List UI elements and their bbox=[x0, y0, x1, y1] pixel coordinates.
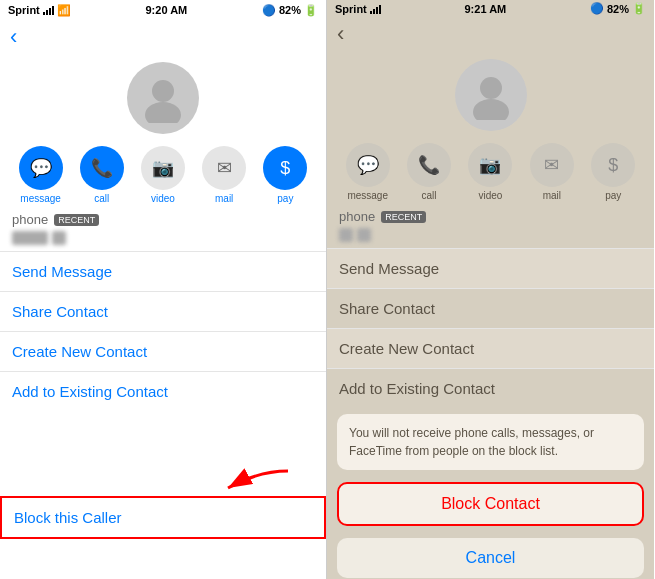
pay-label-right: pay bbox=[605, 190, 621, 201]
action-pay-right[interactable]: $ pay bbox=[591, 143, 635, 201]
call-icon-left: 📞 bbox=[80, 146, 124, 190]
menu-create-contact-right[interactable]: Create New Contact bbox=[327, 328, 654, 368]
menu-list-left: Send Message Share Contact Create New Co… bbox=[0, 251, 326, 466]
mail-icon-left: ✉ bbox=[202, 146, 246, 190]
block-warning-text: You will not receive phone calls, messag… bbox=[337, 414, 644, 470]
mail-label-left: mail bbox=[215, 193, 233, 204]
menu-list-right: Send Message Share Contact Create New Co… bbox=[327, 248, 654, 408]
action-message-left[interactable]: 💬 message bbox=[19, 146, 63, 204]
action-message-right[interactable]: 💬 message bbox=[346, 143, 390, 201]
avatar-icon-left bbox=[138, 73, 188, 123]
blurred-number-left-2 bbox=[52, 231, 66, 245]
action-mail-right[interactable]: ✉ mail bbox=[530, 143, 574, 201]
time-right: 9:21 AM bbox=[464, 3, 506, 15]
action-call-right[interactable]: 📞 call bbox=[407, 143, 451, 201]
svg-point-4 bbox=[473, 99, 509, 120]
status-left-right: Sprint bbox=[335, 3, 381, 15]
action-pay-left[interactable]: $ pay bbox=[263, 146, 307, 204]
block-caller-button[interactable]: Block this Caller bbox=[0, 496, 326, 539]
right-phone-panel: Sprint 9:21 AM 🔵 82% 🔋 ‹ 💬 bbox=[327, 0, 654, 579]
svg-point-3 bbox=[480, 77, 502, 99]
battery-right: 82% bbox=[607, 3, 629, 15]
time-left: 9:20 AM bbox=[145, 4, 187, 16]
call-label-right: call bbox=[422, 190, 437, 201]
signal-icon-right bbox=[370, 4, 381, 14]
avatar-section-right bbox=[327, 51, 654, 137]
recent-badge-right: RECENT bbox=[381, 211, 426, 223]
video-label-right: video bbox=[479, 190, 503, 201]
battery-icon-left: 🔋 bbox=[304, 4, 318, 17]
battery-left: 82% bbox=[279, 4, 301, 16]
block-contact-button[interactable]: Block Contact bbox=[337, 482, 644, 526]
phone-label-right: phone bbox=[339, 209, 375, 224]
back-button-right[interactable]: ‹ bbox=[327, 17, 654, 51]
message-label-right: message bbox=[347, 190, 388, 201]
cancel-button[interactable]: Cancel bbox=[337, 538, 644, 578]
pay-icon-right: $ bbox=[591, 143, 635, 187]
menu-share-contact-left[interactable]: Share Contact bbox=[0, 291, 326, 331]
video-icon-left: 📷 bbox=[141, 146, 185, 190]
arrow-section bbox=[0, 466, 326, 496]
phone-info-left: phone RECENT bbox=[0, 208, 326, 229]
message-icon-left: 💬 bbox=[19, 146, 63, 190]
blurred-number-left bbox=[12, 231, 48, 245]
status-bar-left: Sprint 📶 9:20 AM 🔵 82% 🔋 bbox=[0, 0, 326, 20]
menu-send-message-left[interactable]: Send Message bbox=[0, 251, 326, 291]
status-right-right: 🔵 82% 🔋 bbox=[590, 2, 646, 15]
carrier-left: Sprint bbox=[8, 4, 40, 16]
action-video-left[interactable]: 📷 video bbox=[141, 146, 185, 204]
signal-icon bbox=[43, 5, 54, 15]
avatar-left bbox=[127, 62, 199, 134]
recent-badge-left: RECENT bbox=[54, 214, 99, 226]
actions-row-right: 💬 message 📞 call 📷 video ✉ mail $ pay bbox=[327, 137, 654, 205]
avatar-icon-right bbox=[466, 70, 516, 120]
left-phone-panel: Sprint 📶 9:20 AM 🔵 82% 🔋 ‹ bbox=[0, 0, 327, 579]
message-label-left: message bbox=[20, 193, 61, 204]
mail-label-right: mail bbox=[543, 190, 561, 201]
back-button-left[interactable]: ‹ bbox=[0, 20, 326, 54]
svg-point-0 bbox=[152, 80, 174, 102]
menu-share-contact-right[interactable]: Share Contact bbox=[327, 288, 654, 328]
wifi-icon: 📶 bbox=[57, 4, 71, 17]
menu-add-existing-right[interactable]: Add to Existing Contact bbox=[327, 368, 654, 408]
avatar-right bbox=[455, 59, 527, 131]
phone-label-left: phone bbox=[12, 212, 48, 227]
red-arrow-icon bbox=[208, 466, 298, 494]
video-label-left: video bbox=[151, 193, 175, 204]
status-right-left: 🔵 82% 🔋 bbox=[262, 4, 318, 17]
bluetooth-icon-left: 🔵 bbox=[262, 4, 276, 17]
carrier-right: Sprint bbox=[335, 3, 367, 15]
blurred-number-right bbox=[339, 228, 353, 242]
menu-send-message-right[interactable]: Send Message bbox=[327, 248, 654, 288]
pay-icon-left: $ bbox=[263, 146, 307, 190]
menu-add-existing-left[interactable]: Add to Existing Contact bbox=[0, 371, 326, 411]
blurred-number-right-2 bbox=[357, 228, 371, 242]
phone-number-right bbox=[327, 226, 654, 248]
actions-row-left: 💬 message 📞 call 📷 video ✉ mail $ pay bbox=[0, 140, 326, 208]
svg-point-1 bbox=[145, 102, 181, 123]
action-call-left[interactable]: 📞 call bbox=[80, 146, 124, 204]
call-label-left: call bbox=[94, 193, 109, 204]
mail-icon-right: ✉ bbox=[530, 143, 574, 187]
avatar-section-left bbox=[0, 54, 326, 140]
message-icon-right: 💬 bbox=[346, 143, 390, 187]
status-left: Sprint 📶 bbox=[8, 4, 71, 17]
bluetooth-icon-right: 🔵 bbox=[590, 2, 604, 15]
pay-label-left: pay bbox=[277, 193, 293, 204]
video-icon-right: 📷 bbox=[468, 143, 512, 187]
battery-icon-right: 🔋 bbox=[632, 2, 646, 15]
call-icon-right: 📞 bbox=[407, 143, 451, 187]
menu-create-contact-left[interactable]: Create New Contact bbox=[0, 331, 326, 371]
phone-number-left bbox=[0, 229, 326, 251]
action-video-right[interactable]: 📷 video bbox=[468, 143, 512, 201]
action-mail-left[interactable]: ✉ mail bbox=[202, 146, 246, 204]
phone-info-right: phone RECENT bbox=[327, 205, 654, 226]
status-bar-right: Sprint 9:21 AM 🔵 82% 🔋 bbox=[327, 0, 654, 17]
